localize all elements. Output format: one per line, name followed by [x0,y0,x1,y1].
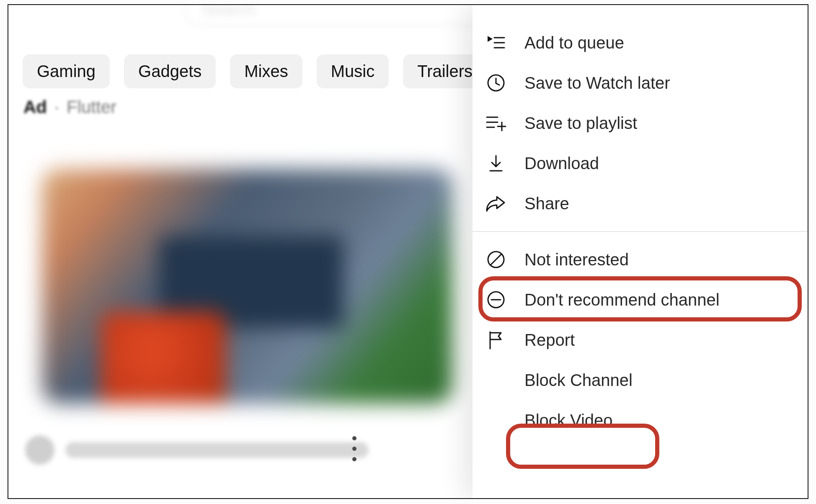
svg-marker-3 [488,36,493,42]
sponsor-name: Flutter [67,97,116,117]
menu-report[interactable]: Report [473,320,808,360]
app-frame: Search Gaming Gadgets Mixes Music Traile… [8,4,808,499]
menu-label: Share [524,194,569,213]
download-icon [484,152,508,175]
menu-block-channel[interactable]: Block Channel [473,360,808,400]
search-placeholder: Search [202,4,255,19]
menu-not-interested[interactable]: Not interested [473,239,808,280]
blank-icon [484,409,508,432]
menu-save-playlist[interactable]: Save to playlist [473,103,808,143]
dont-recommend-icon [484,288,508,311]
menu-download[interactable]: Download [473,143,808,183]
chip-label: Gadgets [138,62,201,80]
menu-label: Block Video [524,411,613,430]
menu-divider [473,231,808,232]
ad-label: Ad [23,97,47,117]
chip-gadgets[interactable]: Gadgets [124,54,216,88]
byline-separator: · [54,97,59,117]
menu-label: Block Channel [524,371,633,390]
video-overflow-button[interactable] [346,436,363,461]
menu-label: Add to queue [524,33,624,52]
video-thumbnail[interactable] [42,169,452,404]
chip-mixes[interactable]: Mixes [230,54,302,88]
blank-icon [484,368,508,392]
menu-block-video[interactable]: Block Video [473,400,808,440]
category-chips-row: Gaming Gadgets Mixes Music Trailers [23,54,487,88]
menu-label: Don't recommend channel [524,291,720,309]
video-context-menu: Add to queue Save to Watch later Save to… [473,5,808,498]
share-icon [484,192,508,215]
svg-line-13 [491,254,501,265]
not-interested-icon [484,248,508,271]
menu-dont-recommend-channel[interactable]: Don't recommend channel [473,280,808,320]
menu-share[interactable]: Share [473,183,808,224]
chip-gaming[interactable]: Gaming [23,54,110,88]
menu-label: Not interested [524,250,629,269]
video-meta-row [25,435,369,465]
chip-label: Music [331,62,374,80]
chip-label: Trailers [417,62,473,80]
chip-label: Mixes [244,62,288,80]
chip-music[interactable]: Music [317,54,389,88]
clock-icon [484,71,508,95]
search-input[interactable]: Search [184,4,503,26]
menu-label: Save to Watch later [524,74,670,93]
menu-add-to-queue[interactable]: Add to queue [473,23,808,63]
ad-byline: Ad · Flutter [23,97,116,117]
queue-icon [484,31,508,54]
channel-avatar[interactable] [25,435,54,465]
report-icon [484,328,508,352]
menu-label: Download [524,154,599,173]
video-title-blurred [65,442,369,458]
menu-label: Report [524,331,575,350]
menu-label: Save to playlist [524,114,637,133]
playlist-add-icon [484,111,508,135]
chip-label: Gaming [37,62,96,80]
menu-watch-later[interactable]: Save to Watch later [473,63,808,103]
